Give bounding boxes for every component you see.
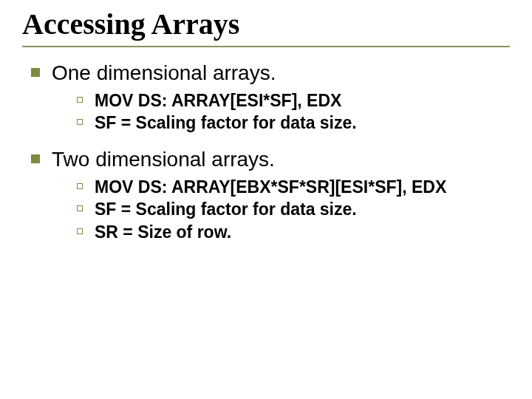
list-item: SR = Size of row. [77, 222, 510, 243]
bullet-text: SF = Scaling factor for data size. [95, 199, 357, 220]
content: One dimensional arrays. MOV DS: ARRAY[ES… [22, 61, 510, 243]
list-item: MOV DS: ARRAY[EBX*SF*SR][ESI*SF], EDX [77, 177, 510, 198]
level2-list: MOV DS: ARRAY[ESI*SF], EDX SF = Scaling … [25, 90, 510, 134]
hollow-square-bullet-icon [77, 205, 83, 211]
bullet-text: MOV DS: ARRAY[EBX*SF*SR][ESI*SF], EDX [95, 177, 446, 198]
section-heading: One dimensional arrays. [52, 61, 276, 86]
level1-list: One dimensional arrays. [25, 61, 510, 86]
bullet-text: MOV DS: ARRAY[ESI*SF], EDX [95, 90, 341, 112]
title-divider [22, 46, 510, 47]
list-item: SF = Scaling factor for data size. [77, 199, 510, 220]
hollow-square-bullet-icon [77, 97, 83, 103]
list-item: One dimensional arrays. [25, 61, 510, 86]
title-wrap: Accessing Arrays [22, 9, 510, 41]
list-item: MOV DS: ARRAY[ESI*SF], EDX [77, 90, 510, 112]
list-item: Two dimensional arrays. [25, 147, 510, 172]
square-bullet-icon [31, 68, 40, 77]
hollow-square-bullet-icon [77, 183, 83, 189]
level2-list: MOV DS: ARRAY[EBX*SF*SR][ESI*SF], EDX SF… [25, 177, 510, 243]
hollow-square-bullet-icon [77, 228, 83, 234]
bullet-text: SR = Size of row. [95, 222, 231, 243]
slide: Accessing Arrays One dimensional arrays.… [0, 0, 532, 399]
section-heading: Two dimensional arrays. [52, 147, 275, 172]
page-title: Accessing Arrays [22, 9, 510, 40]
list-item: SF = Scaling factor for data size. [77, 112, 510, 134]
level1-list: Two dimensional arrays. [25, 147, 510, 172]
hollow-square-bullet-icon [77, 119, 83, 125]
square-bullet-icon [31, 154, 40, 163]
bullet-text: SF = Scaling factor for data size. [95, 112, 357, 134]
